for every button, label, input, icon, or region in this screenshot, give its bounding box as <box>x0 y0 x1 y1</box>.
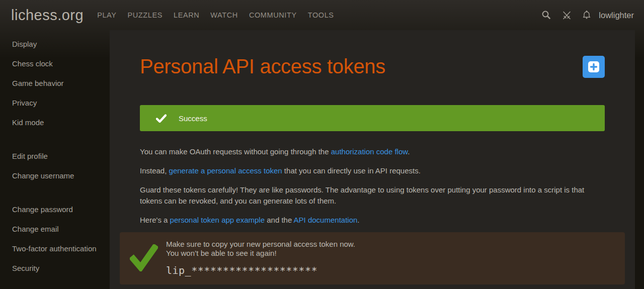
big-check-icon <box>130 244 158 273</box>
menu-item-tools[interactable]: TOOLS <box>302 5 340 25</box>
paragraph-generate: Instead, generate a personal access toke… <box>140 165 605 176</box>
link-token-app-example[interactable]: personal token app example <box>170 216 265 224</box>
sidebar-item-two-factor[interactable]: Two-factor authentication <box>0 239 110 258</box>
sidebar-item-display[interactable]: Display <box>0 34 110 54</box>
settings-sidebar: Display Chess clock Game behavior Privac… <box>0 30 110 278</box>
paragraph-text: Instead, <box>140 166 169 175</box>
lichess-logo[interactable]: lichess.org <box>11 7 84 24</box>
sidebar-item-change-email[interactable]: Change email <box>0 219 110 239</box>
success-banner-label: Success <box>179 114 207 123</box>
sidebar-item-change-password[interactable]: Change password <box>0 200 110 219</box>
plus-square-icon <box>588 61 599 72</box>
challenges-crossed-swords-icon[interactable] <box>556 5 577 25</box>
menu-item-play[interactable]: PLAY <box>92 5 122 25</box>
new-token-button[interactable] <box>583 56 605 78</box>
search-icon[interactable] <box>536 5 556 25</box>
sidebar-item-edit-profile[interactable]: Edit profile <box>0 146 110 166</box>
sidebar-item-security[interactable]: Security <box>0 258 110 278</box>
paragraph-text: You can make OAuth requests without goin… <box>140 147 331 156</box>
paragraph-text: and the <box>265 216 294 224</box>
main-menu: PLAYPUZZLESLEARNWATCHCOMMUNITYTOOLS <box>92 5 339 25</box>
notifications-bell-icon[interactable] <box>577 5 597 25</box>
link-generate-token[interactable]: generate a personal access token <box>169 166 282 175</box>
paragraph-text: Here's a <box>140 216 170 224</box>
menu-item-learn[interactable]: LEARN <box>168 5 205 25</box>
username[interactable]: lowlighter <box>597 7 637 24</box>
title-row: Personal API access tokens <box>140 55 605 78</box>
menu-item-community[interactable]: COMMUNITY <box>244 5 302 25</box>
paragraph-guard: Guard these tokens carefully! They are l… <box>140 184 605 207</box>
nav-right: lowlighter <box>536 5 637 25</box>
menu-item-puzzles[interactable]: PUZZLES <box>122 5 168 25</box>
token-value[interactable]: lip_******************** <box>166 264 615 276</box>
note-line-1: Make sure to copy your new personal acce… <box>166 240 615 249</box>
sidebar-group-security: Change password Change email Two-factor … <box>0 200 110 278</box>
check-icon <box>156 114 167 123</box>
sidebar-item-game-behavior[interactable]: Game behavior <box>0 73 110 93</box>
link-api-documentation[interactable]: API documentation <box>294 216 358 224</box>
intro-text: You can make OAuth requests without goin… <box>140 146 605 226</box>
sidebar-item-privacy[interactable]: Privacy <box>0 93 110 113</box>
paragraph-text: that you can directly use in API request… <box>282 166 421 175</box>
sidebar-item-kid-mode[interactable]: Kid mode <box>0 113 110 132</box>
page-title: Personal API access tokens <box>140 55 385 78</box>
paragraph-text: . <box>408 147 410 156</box>
sidebar-group-profile: Edit profile Change username <box>0 146 110 185</box>
sidebar-item-chess-clock[interactable]: Chess clock <box>0 54 110 73</box>
sidebar-group-preferences: Display Chess clock Game behavior Privac… <box>0 34 110 132</box>
menu-item-watch[interactable]: WATCH <box>205 5 244 25</box>
paragraph-examples: Here's a personal token app example and … <box>140 215 605 226</box>
success-banner: Success <box>140 105 605 131</box>
paragraph-text: . <box>357 216 359 224</box>
top-nav: lichess.org PLAYPUZZLESLEARNWATCHCOMMUNI… <box>0 0 644 30</box>
note-line-2: You won’t be able to see it again! <box>166 249 615 258</box>
sidebar-item-change-username[interactable]: Change username <box>0 166 110 185</box>
api-tokens-panel: Personal API access tokens Success You c… <box>110 30 635 289</box>
new-token-note: Make sure to copy your new personal acce… <box>120 232 625 284</box>
paragraph-oauth: You can make OAuth requests without goin… <box>140 146 605 157</box>
link-authorization-code-flow[interactable]: authorization code flow <box>331 147 408 156</box>
